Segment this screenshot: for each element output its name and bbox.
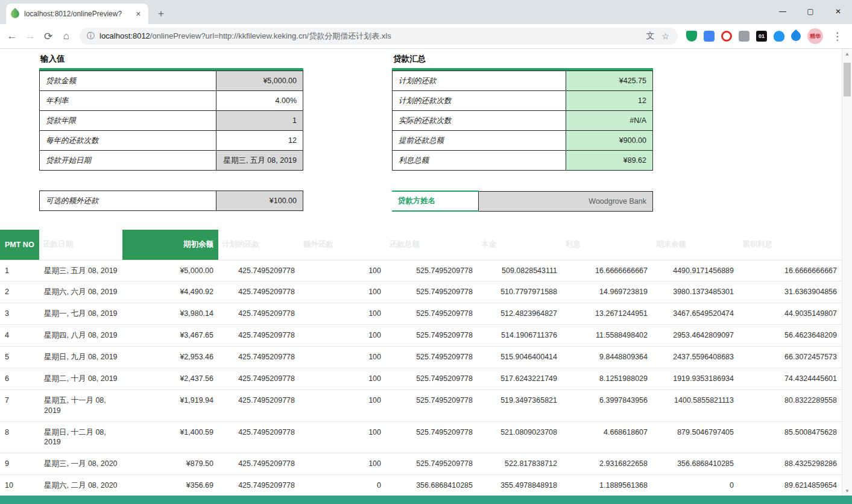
address-bar[interactable]: ⓘ localhost:8012/onlinePreview?url=http:… <box>80 28 678 45</box>
reload-button[interactable]: ⟳ <box>40 28 57 45</box>
browser-menu-icon[interactable]: ⋮ <box>830 30 845 43</box>
input-row: 年利率4.00% <box>40 91 303 111</box>
amount-cell: 8.1251988029 <box>562 368 652 389</box>
forward-button[interactable]: → <box>22 28 39 45</box>
amount-cell: 4.668618607 <box>562 421 652 453</box>
input-row: 贷款金额¥5,000.00 <box>40 71 303 91</box>
input-row-label: 贷款开始日期 <box>40 151 216 171</box>
amount-cell: ¥2,953.46 <box>122 347 218 368</box>
amount-cell: 0 <box>652 475 739 497</box>
window-controls: — ▢ ✕ <box>769 0 852 23</box>
scroll-down-icon[interactable]: ▼ <box>842 486 852 496</box>
amount-cell: 356.6868410285 <box>386 475 478 497</box>
amount-cell: 525.7495209778 <box>386 421 478 453</box>
amount-cell: ¥1,919.94 <box>122 389 218 421</box>
payment-date-cell: 星期五, 十一月 08, 2019 <box>39 389 122 421</box>
schedule-column-header: 期初余额 <box>122 230 218 260</box>
schedule-column-header: 期末余额 <box>652 230 739 260</box>
pmt-no-cell: 3 <box>0 303 39 325</box>
amount-cell: 425.7495209778 <box>218 368 300 389</box>
input-row-label: 贷款金额 <box>40 71 216 91</box>
pmt-no-cell: 6 <box>0 368 39 389</box>
amount-cell: 16.6666666667 <box>739 260 842 282</box>
input-panel: 输入值 贷款金额¥5,000.00年利率4.00%贷款年限1每年的还款次数12贷… <box>39 51 303 211</box>
amount-cell: 6.3997843956 <box>562 389 652 421</box>
bird-extension-icon[interactable] <box>789 30 803 43</box>
badge-extension-icon[interactable]: 01 <box>756 31 767 42</box>
input-row-label: 贷款年限 <box>40 111 216 131</box>
payment-date-cell: 星期一, 七月 08, 2019 <box>39 303 122 325</box>
schedule-column-header: 累积利息 <box>739 230 842 260</box>
summary-row: 计划的还款次数12 <box>393 91 653 111</box>
blue-extension-icon[interactable] <box>704 31 715 42</box>
input-row: 贷款开始日期星期三, 五月 08, 2019 <box>40 151 303 171</box>
window-close-button[interactable]: ✕ <box>824 0 852 23</box>
window-maximize-button[interactable]: ▢ <box>797 0 824 23</box>
gray-extension-icon[interactable] <box>739 31 749 42</box>
amount-cell: 525.7495209778 <box>386 325 478 347</box>
amount-cell: 85.5008475628 <box>739 421 842 453</box>
browser-tab[interactable]: localhost:8012/onlinePreview? ✕ <box>6 4 148 24</box>
new-tab-button[interactable]: + <box>153 6 169 22</box>
amount-cell: 517.6243221749 <box>478 368 562 389</box>
extra-payment-row: 可选的额外还款 ¥100.00 <box>40 191 303 211</box>
amount-cell: 425.7495209778 <box>218 347 300 368</box>
back-button[interactable]: ← <box>4 28 21 45</box>
window-minimize-button[interactable]: — <box>769 0 797 23</box>
amount-cell: 525.7495209778 <box>386 260 478 282</box>
amount-cell: 100 <box>300 453 386 475</box>
page-info-icon[interactable]: ⓘ <box>87 31 95 42</box>
summary-row-label: 计划的还款次数 <box>393 91 566 111</box>
amount-cell: 100 <box>300 303 386 325</box>
profile-avatar[interactable]: 精华 <box>807 28 823 44</box>
amount-cell: 100 <box>300 421 386 453</box>
extensions-area: 01 精华 ⋮ <box>683 28 848 44</box>
schedule-row: 5星期日, 九月 08, 2019¥2,953.46425.7495209778… <box>0 347 842 368</box>
amount-cell: ¥879.50 <box>122 453 218 475</box>
pmt-no-cell: 7 <box>0 389 39 421</box>
cloud-extension-icon[interactable] <box>774 31 784 42</box>
amount-cell: 31.6363904856 <box>739 282 842 303</box>
amount-cell: 100 <box>300 389 386 421</box>
schedule-rows: 1星期三, 五月 08, 2019¥5,000.00425.7495209778… <box>0 260 842 497</box>
scroll-up-icon[interactable]: ▲ <box>842 49 852 58</box>
schedule-row: 3星期一, 七月 08, 2019¥3,980.14425.7495209778… <box>0 303 842 325</box>
amount-cell: 100 <box>300 347 386 368</box>
bookmark-star-icon[interactable]: ☆ <box>660 31 671 41</box>
schedule-row: 10星期六, 二月 08, 2020¥356.69425.74952097780… <box>0 475 842 497</box>
home-button[interactable]: ⌂ <box>58 28 75 45</box>
amount-cell: 425.7495209778 <box>218 389 300 421</box>
input-row-value: 4.00% <box>216 91 303 111</box>
schedule-row: 7星期五, 十一月 08, 2019¥1,919.94425.749520977… <box>0 389 842 421</box>
payment-date-cell: 星期三, 一月 08, 2020 <box>39 453 122 475</box>
amount-cell: 80.8322289558 <box>739 389 842 421</box>
scrollbar-thumb[interactable] <box>844 63 851 96</box>
pmt-no-cell: 5 <box>0 347 39 368</box>
amount-cell: 3467.6549520474 <box>652 303 739 325</box>
translate-icon[interactable]: 文 <box>645 31 655 42</box>
schedule-column-header: 计划的还款 <box>218 230 300 260</box>
amount-cell: 509.0828543111 <box>478 260 562 282</box>
amount-cell: 100 <box>300 282 386 303</box>
amount-cell: 4490.9171456889 <box>652 260 739 282</box>
amount-cell: 74.4324445601 <box>739 368 842 389</box>
amount-cell: 525.7495209778 <box>386 389 478 421</box>
vertical-scrollbar[interactable]: ▲ ▼ <box>842 49 852 496</box>
amount-cell: 525.7495209778 <box>386 368 478 389</box>
summary-row-value: ¥89.62 <box>566 151 653 171</box>
amount-cell: 88.4325298286 <box>739 453 842 475</box>
amount-cell: 89.6214859654 <box>739 475 842 497</box>
url-host: localhost:8012 <box>99 31 150 40</box>
tab-close-icon[interactable]: ✕ <box>133 9 144 19</box>
amount-cell: 66.3072457573 <box>739 347 842 368</box>
amount-cell: 0 <box>300 475 386 497</box>
schedule-column-header: 还款日期 <box>39 230 122 260</box>
summary-row-value: ¥900.00 <box>566 131 653 151</box>
ring-extension-icon[interactable] <box>721 31 732 42</box>
shield-extension-icon[interactable] <box>686 31 697 42</box>
amount-cell: ¥356.69 <box>122 475 218 497</box>
amount-cell: ¥5,000.00 <box>122 260 218 282</box>
amount-cell: 100 <box>300 260 386 282</box>
amount-cell: ¥3,467.65 <box>122 325 218 347</box>
summary-panel: 贷款汇总 计划的还款¥425.75计划的还款次数12实际的还款次数#N/A提前还… <box>392 51 653 212</box>
